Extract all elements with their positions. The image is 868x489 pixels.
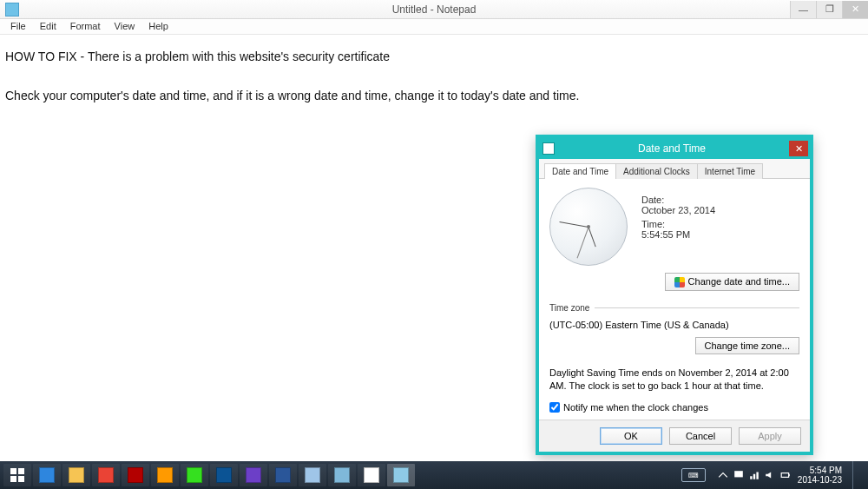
taskbar-app-filezilla[interactable] [122,464,149,486]
svg-rect-2 [10,476,16,482]
time-value: 5:54:55 PM [641,229,715,240]
photoshop-icon [216,467,232,483]
document-area[interactable]: HOW TO FIX - There is a problem with thi… [0,35,868,110]
tab-additional-clocks[interactable]: Additional Clocks [615,163,698,179]
window-titlebar: Untitled - Notepad — ❐ ✕ [0,0,868,19]
network-icon[interactable] [749,470,760,480]
menu-view[interactable]: View [108,19,142,34]
taskbar: ⌨ 5:54 PM 2014-10-23 [0,461,868,489]
touch-keyboard-icon[interactable]: ⌨ [681,468,706,482]
tray-up-icon[interactable] [718,470,728,480]
app-unknown-2-icon [364,467,379,483]
timezone-header: Time zone [549,303,589,313]
time-label: Time: [641,219,715,229]
menu-edit[interactable]: Edit [33,19,63,34]
ie-icon [39,467,55,483]
date-time-icon [542,142,555,155]
taskbar-app-dreamweaver[interactable] [181,464,208,486]
svg-rect-4 [734,471,743,477]
tab-pane-date-and-time: Date: October 23, 2014 Time: 5:54:55 PM … [539,179,810,420]
taskbar-clock[interactable]: 5:54 PM 2014-10-23 [798,466,842,485]
dialog-title: Date and Time [555,142,789,155]
analog-clock-icon [549,188,628,266]
taskbar-app-date-time-cpl[interactable] [387,464,415,486]
svg-rect-6 [788,474,789,476]
change-time-zone-button[interactable]: Change time zone... [695,337,799,354]
timezone-value: (UTC-05:00) Eastern Time (US & Canada) [549,320,799,330]
taskbar-app-notepad-doc[interactable] [299,464,326,486]
filezilla-icon [128,467,143,483]
dialog-footer: OK Cancel Apply [539,420,810,452]
svg-rect-5 [781,473,788,478]
chrome-icon [98,467,114,483]
change-date-time-label: Change date and time... [688,276,790,287]
svg-rect-3 [18,476,24,482]
date-time-cpl-icon [393,467,409,483]
illustrator-icon [157,467,173,483]
power-icon[interactable] [780,470,791,480]
show-desktop-button[interactable] [852,461,859,489]
dialog-close-button[interactable]: ✕ [789,141,808,156]
sticky-notes-icon [334,467,350,483]
notify-label: Notify me when the clock changes [563,402,708,413]
cancel-button[interactable]: Cancel [669,427,732,445]
date-label: Date: [641,195,715,205]
menu-file[interactable]: File [3,19,33,34]
taskbar-app-app-unknown-2[interactable] [358,464,385,486]
taskbar-app-app-unknown-1[interactable] [240,464,267,486]
taskbar-app-sticky-notes[interactable] [328,464,356,486]
taskbar-app-photoshop[interactable] [210,464,238,486]
apply-button[interactable]: Apply [739,427,801,445]
divider [595,307,799,308]
dialog-tabs: Date and Time Additional Clocks Internet… [539,159,810,179]
word-icon [275,467,291,483]
notify-checkbox[interactable] [549,402,560,413]
explorer-icon [69,467,84,483]
taskbar-app-word[interactable] [269,464,297,486]
svg-rect-0 [10,468,16,474]
app-unknown-1-icon [246,467,261,483]
taskbar-app-illustrator[interactable] [151,464,179,486]
dst-text: Daylight Saving Time ends on November 2,… [549,367,799,393]
change-date-time-button[interactable]: Change date and time... [665,273,799,291]
flag-icon[interactable] [733,470,744,480]
volume-icon[interactable] [765,470,775,480]
date-time-dialog: Date and Time ✕ Date and Time Additional… [536,135,813,455]
taskbar-app-ie[interactable] [33,464,61,486]
dialog-titlebar[interactable]: Date and Time ✕ [539,138,810,159]
menu-format[interactable]: Format [63,19,108,34]
document-line-1: HOW TO FIX - There is a problem with thi… [5,47,863,66]
menubar: File Edit Format View Help [0,19,868,35]
menu-help[interactable]: Help [141,19,175,34]
notepad-doc-icon [305,467,320,483]
notify-checkbox-row[interactable]: Notify me when the clock changes [549,402,799,413]
system-tray [718,470,791,480]
svg-rect-1 [18,468,24,474]
date-value: October 23, 2014 [641,205,715,215]
start-icon [10,467,25,483]
window-title: Untitled - Notepad [0,3,868,16]
tab-date-and-time[interactable]: Date and Time [544,163,616,179]
ok-button[interactable]: OK [600,427,662,445]
document-line-2: Check your computer's date and time, and… [5,86,863,105]
taskbar-time: 5:54 PM [798,466,842,475]
taskbar-app-explorer[interactable] [62,464,90,486]
taskbar-app-start[interactable] [3,464,31,486]
taskbar-app-chrome[interactable] [92,464,120,486]
tab-internet-time[interactable]: Internet Time [697,163,763,179]
dreamweaver-icon [187,467,202,483]
taskbar-date: 2014-10-23 [798,475,842,485]
uac-shield-icon [674,277,685,287]
